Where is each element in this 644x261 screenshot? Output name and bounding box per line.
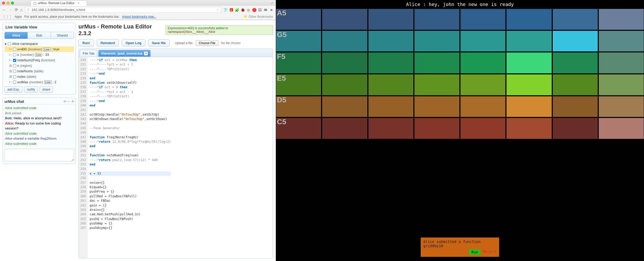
var-checkbox[interactable] — [13, 75, 16, 78]
var-checkbox[interactable] — [13, 64, 16, 67]
ext-icon-1[interactable]: 👕 — [223, 8, 227, 12]
grid-cell[interactable] — [552, 9, 598, 30]
grid-cell[interactable] — [414, 52, 460, 74]
reject-button[interactable]: Reject — [483, 250, 497, 255]
grid-cell[interactable] — [368, 96, 414, 117]
ext-icon-stop[interactable]: 🛑 — [252, 8, 256, 12]
grid-cell[interactable] — [552, 74, 598, 96]
var-checkbox[interactable] — [13, 53, 16, 56]
grid-cell[interactable] — [322, 9, 367, 30]
grid-cell[interactable] — [322, 52, 367, 74]
ext-icon-puzzle[interactable]: 🧩 — [235, 8, 239, 12]
star-icon[interactable]: ☆ — [216, 8, 219, 12]
ext-icon-mail[interactable]: ✉ — [264, 8, 268, 12]
grid-cell[interactable] — [599, 74, 644, 96]
reindent-button[interactable]: Reindent — [97, 39, 119, 46]
minimize-icon[interactable] — [7, 2, 9, 4]
grid-cell[interactable] — [414, 118, 460, 139]
grid-cell[interactable] — [552, 31, 598, 52]
home-button[interactable]: ⌂ — [20, 8, 23, 12]
close-file-icon[interactable]: ✕ — [144, 52, 148, 55]
minimize-panel-icon[interactable]: — — [67, 100, 70, 103]
close-panel-icon[interactable]: ✕ — [71, 100, 74, 103]
open-file-tab[interactable]: theremin_ipad_sound.lua ✕ — [98, 50, 150, 57]
url-bar[interactable]: 🗋 192.168.1.6:8080/html/index_v.html ☆ — [25, 7, 221, 13]
add-exp--button[interactable]: add Exp. — [4, 86, 22, 93]
grid-cell[interactable] — [322, 118, 367, 139]
reload-button[interactable]: ⟳ — [15, 7, 18, 12]
other-bookmarks-folder[interactable]: 📁 Other Bookmarks — [244, 15, 273, 19]
expand-icon[interactable]: ⤢ — [271, 1, 273, 5]
grid-cell[interactable] — [599, 96, 644, 117]
grid-cell[interactable] — [460, 96, 506, 117]
ext-icon-2[interactable]: 🎁 — [229, 8, 233, 12]
var-checkbox[interactable] — [13, 48, 16, 51]
var-checkbox[interactable] — [13, 70, 16, 73]
lvv-tab-alice[interactable]: Alice — [5, 32, 28, 39]
grid-cell[interactable] — [322, 31, 367, 52]
tree-toggle-icon[interactable]: ⊢ — [9, 58, 12, 62]
grid-cell[interactable] — [460, 74, 506, 96]
grid-cell[interactable] — [460, 9, 506, 30]
import-bookmarks-link[interactable]: Import bookmarks now... — [122, 15, 156, 19]
tree-row[interactable]: ⊞ noteNums (table) — [4, 68, 74, 74]
grid-cell[interactable] — [414, 9, 460, 30]
grid-cell[interactable] — [322, 74, 367, 96]
grid-cell[interactable] — [506, 118, 552, 139]
ext-icon-check[interactable]: ☑ — [258, 8, 262, 12]
open-log-button[interactable]: Open Log — [122, 39, 145, 46]
choose-file-button[interactable]: Choose File — [196, 40, 218, 46]
apps-icon[interactable]: ⋮⋮⋮ — [3, 15, 12, 19]
lvv-tab-shared[interactable]: Shared — [51, 32, 74, 39]
grid-cell[interactable] — [414, 96, 460, 117]
nullify-button[interactable]: nullify — [24, 86, 38, 93]
grid-cell[interactable] — [599, 52, 644, 74]
grid-cell[interactable] — [506, 9, 552, 30]
back-button[interactable]: ← — [2, 8, 6, 12]
apps-label[interactable]: Apps — [15, 15, 22, 19]
grid-cell[interactable] — [368, 31, 414, 52]
grid-cell[interactable] — [414, 31, 460, 52]
forward-button[interactable]: → — [8, 8, 13, 12]
lvv-tab-bob[interactable]: Bob — [28, 32, 51, 39]
tree-toggle-icon[interactable]: ⊞ — [9, 75, 12, 79]
grid-cell[interactable] — [368, 9, 414, 30]
grid-cell[interactable] — [414, 74, 460, 96]
var-checkbox[interactable] — [13, 81, 16, 84]
grid-cell[interactable] — [552, 118, 598, 139]
tree-row[interactable]: ⊢ x<400 (boolean) Live : true — [4, 46, 74, 52]
file-tab-label[interactable]: File Tab — [80, 50, 97, 57]
grid-cell[interactable] — [599, 118, 644, 139]
grid-cell[interactable] — [368, 52, 414, 74]
ext-icon-target[interactable]: ◎ — [246, 8, 250, 12]
page-info-icon[interactable]: 🗋 — [27, 8, 30, 12]
grid-cell[interactable] — [552, 52, 598, 74]
grid-cell[interactable] — [552, 96, 598, 117]
close-icon[interactable] — [2, 2, 5, 4]
menu-icon[interactable]: ≡ — [269, 8, 273, 12]
grid-cell[interactable] — [599, 31, 644, 52]
grid-cell[interactable] — [506, 31, 552, 52]
chat-input[interactable] — [4, 149, 74, 161]
tree-row[interactable]: ⊞ notes (table) — [4, 74, 74, 79]
color-grid[interactable] — [276, 9, 644, 139]
grid-cell[interactable] — [368, 74, 414, 96]
tree-row[interactable]: ⊢ octMax (number) Live : 2 — [4, 79, 74, 85]
grid-cell[interactable] — [460, 31, 506, 52]
maximize-icon[interactable] — [11, 2, 14, 4]
root-checkbox[interactable] — [8, 42, 11, 45]
grid-cell[interactable] — [506, 52, 552, 74]
tree-toggle-icon[interactable]: ⊢ — [9, 47, 12, 51]
grid-cell[interactable] — [460, 52, 506, 74]
code-editor[interactable]: ----*if oct < octMax then----*----*oct =… — [88, 57, 173, 258]
grid-cell[interactable] — [368, 118, 414, 139]
grid-cell[interactable] — [506, 96, 552, 117]
tab-close-icon[interactable]: × — [78, 1, 79, 5]
tree-row[interactable]: ⊢ x (number) Live : 33 — [4, 52, 74, 57]
tree-toggle-icon[interactable]: ▸ — [5, 42, 7, 46]
tree-row[interactable]: ⊞ n (region) — [4, 63, 74, 68]
grid-cell[interactable] — [599, 9, 644, 30]
grid-cell[interactable] — [460, 118, 506, 139]
grid-cell[interactable] — [322, 96, 367, 117]
tree-toggle-icon[interactable]: ⊢ — [9, 80, 12, 84]
